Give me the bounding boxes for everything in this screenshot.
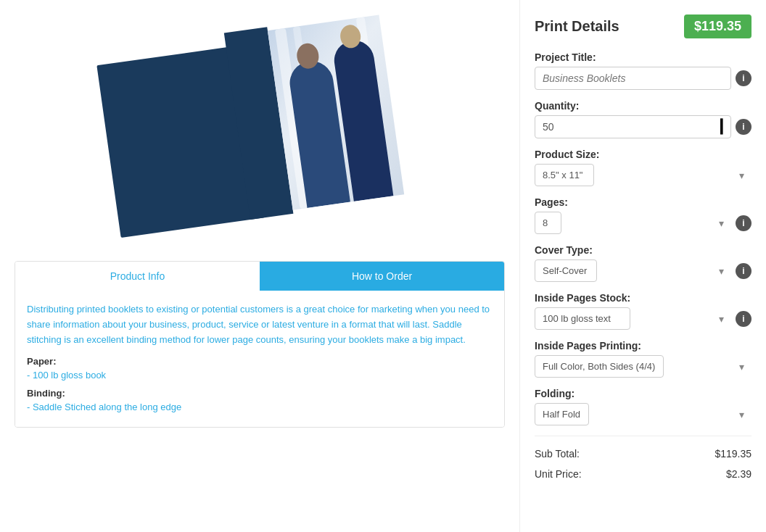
inside-pages-stock-label: Inside Pages Stock: xyxy=(535,292,751,304)
pages-label: Pages: xyxy=(535,196,751,208)
inside-pages-printing-group: Inside Pages Printing: Full Color, Both … xyxy=(535,340,751,378)
print-details-header: Print Details $119.35 xyxy=(535,14,751,38)
product-size-label: Product Size: xyxy=(535,149,751,160)
inside-pages-stock-select-wrapper: 100 lb gloss text 60 lb uncoated text xyxy=(535,307,731,330)
quantity-input[interactable] xyxy=(535,115,731,138)
project-title-info-icon[interactable]: i xyxy=(736,70,751,86)
binding-label: Binding: xyxy=(27,388,493,399)
inside-pages-printing-select-wrapper: Full Color, Both Sides (4/4) Black & Whi… xyxy=(535,355,751,378)
inside-pages-stock-info-icon[interactable]: i xyxy=(736,311,751,327)
cover-type-info-icon[interactable]: i xyxy=(736,263,751,279)
quantity-group: Quantity: ┃ i xyxy=(535,100,751,138)
cover-type-select-wrapper: Self-Cover Plus Cover xyxy=(535,259,731,282)
inside-pages-stock-group: Inside Pages Stock: 100 lb gloss text 60… xyxy=(535,292,751,330)
folding-label: Folding: xyxy=(535,388,751,399)
project-title-input[interactable] xyxy=(535,67,731,90)
tabs-header: Product Info How to Order xyxy=(15,262,504,291)
pages-select-wrapper: 8 12 16 20 24 xyxy=(535,212,731,234)
product-size-input-wrapper: 8.5" x 11" 5.5" x 8.5" 6" x 9" xyxy=(535,164,751,186)
pages-input-wrapper: 8 12 16 20 24 i xyxy=(535,212,751,234)
pages-info-icon[interactable]: i xyxy=(736,215,751,231)
tabs-section: Product Info How to Order Distributing p… xyxy=(15,261,505,428)
binding-value: - Saddle Stiched along the long edge xyxy=(27,402,493,412)
sub-total-value: $119.35 xyxy=(714,448,751,460)
paper-label: Paper: xyxy=(27,356,493,367)
cover-type-select[interactable]: Self-Cover Plus Cover xyxy=(535,259,597,282)
product-size-select[interactable]: 8.5" x 11" 5.5" x 8.5" 6" x 9" xyxy=(535,164,594,186)
unit-price-label: Unit Price: xyxy=(535,468,582,480)
summary-section: Sub Total: $119.35 Unit Price: $2.39 xyxy=(535,436,751,484)
right-panel: Print Details $119.35 Project Title: i Q… xyxy=(519,0,766,532)
cover-type-group: Cover Type: Self-Cover Plus Cover i xyxy=(535,244,751,282)
sub-total-row: Sub Total: $119.35 xyxy=(535,444,751,464)
quantity-label: Quantity: xyxy=(535,100,751,112)
folding-input-wrapper: Half Fold No Fold xyxy=(535,403,751,425)
pages-select[interactable]: 8 12 16 20 24 xyxy=(535,212,561,234)
price-badge: $119.35 xyxy=(684,14,751,38)
tab-product-info[interactable]: Product Info xyxy=(15,262,260,291)
inside-pages-stock-input-wrapper: 100 lb gloss text 60 lb uncoated text i xyxy=(535,307,751,330)
product-size-group: Product Size: 8.5" x 11" 5.5" x 8.5" 6" … xyxy=(535,149,751,186)
pages-group: Pages: 8 12 16 20 24 i xyxy=(535,196,751,234)
quantity-input-wrapper: ┃ i xyxy=(535,115,751,138)
project-title-label: Project Title: xyxy=(535,51,751,63)
project-title-group: Project Title: i xyxy=(535,51,751,90)
print-details-title: Print Details xyxy=(535,18,619,35)
product-description: Distributing printed booklets to existin… xyxy=(27,302,493,347)
project-title-input-wrapper: i xyxy=(535,67,751,90)
sub-total-label: Sub Total: xyxy=(535,448,580,460)
folding-group: Folding: Half Fold No Fold xyxy=(535,388,751,425)
product-image-area: IMPROVE YOUR BUSINESS WE PROVIDE BEST SE… xyxy=(15,14,505,254)
quantity-info-icon[interactable]: i xyxy=(736,119,751,135)
folding-select[interactable]: Half Fold No Fold xyxy=(535,403,589,425)
tab-how-to-order[interactable]: How to Order xyxy=(260,262,504,291)
inside-pages-printing-label: Inside Pages Printing: xyxy=(535,340,751,352)
inside-pages-printing-select[interactable]: Full Color, Both Sides (4/4) Black & Whi… xyxy=(535,355,664,378)
left-panel: IMPROVE YOUR BUSINESS WE PROVIDE BEST SE… xyxy=(0,0,519,532)
cover-type-label: Cover Type: xyxy=(535,244,751,256)
unit-price-value: $2.39 xyxy=(726,468,751,480)
booklet-image: IMPROVE YOUR BUSINESS WE PROVIDE BEST SE… xyxy=(95,9,425,252)
folding-select-wrapper: Half Fold No Fold xyxy=(535,403,751,425)
inside-pages-stock-select[interactable]: 100 lb gloss text 60 lb uncoated text xyxy=(535,307,630,330)
unit-price-row: Unit Price: $2.39 xyxy=(535,464,751,484)
paper-value: - 100 lb gloss book xyxy=(27,370,493,381)
cover-type-input-wrapper: Self-Cover Plus Cover i xyxy=(535,259,751,282)
tab-content-product-info: Distributing printed booklets to existin… xyxy=(15,291,504,427)
inside-pages-printing-input-wrapper: Full Color, Both Sides (4/4) Black & Whi… xyxy=(535,355,751,378)
product-size-select-wrapper: 8.5" x 11" 5.5" x 8.5" 6" x 9" xyxy=(535,164,751,186)
